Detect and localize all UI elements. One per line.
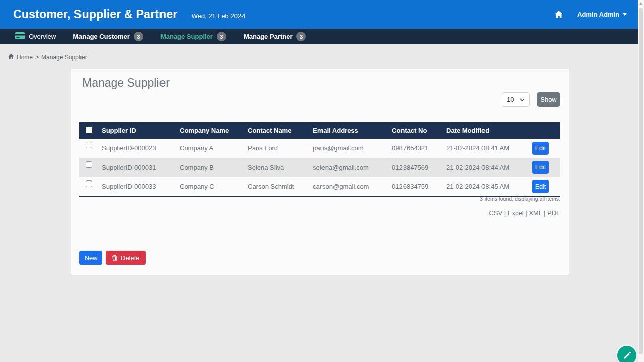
vertical-scrollbar[interactable] xyxy=(638,0,644,362)
row-checkbox[interactable] xyxy=(86,180,92,187)
col-company-name: Company Name xyxy=(179,122,247,139)
trash-icon xyxy=(112,255,118,261)
home-icon-small xyxy=(8,54,14,61)
pencil-icon xyxy=(623,351,631,360)
col-contact-name: Contact Name xyxy=(247,122,312,139)
nav-item-overview[interactable]: Overview xyxy=(15,32,56,41)
breadcrumb: Home > Manage Supplier xyxy=(8,54,87,61)
supplier-table: Supplier ID Company Name Contact Name Em… xyxy=(79,122,560,197)
manage-supplier-card: Manage Supplier 10 Show Supplier ID Comp… xyxy=(71,69,569,275)
home-icon[interactable] xyxy=(555,11,563,18)
export-excel[interactable]: Excel xyxy=(508,209,524,217)
cell-supplier-id: SupplierID-000031 xyxy=(101,158,179,177)
nav-item-manage-partner[interactable]: Manage Partner 3 xyxy=(244,32,306,41)
col-email-address: Email Address xyxy=(312,122,391,139)
cell-phone: 0987654321 xyxy=(391,139,445,158)
scroll-up-arrow[interactable] xyxy=(639,2,642,5)
count-badge: 3 xyxy=(217,32,226,41)
delete-button[interactable]: Delete xyxy=(106,251,146,265)
row-checkbox[interactable] xyxy=(86,142,92,148)
cell-email: selena@gmail.com xyxy=(312,158,391,177)
export-links: CSV | Excel | XML | PDF xyxy=(489,209,560,217)
cell-modified: 21-02-2024 08:45 AM xyxy=(445,177,531,196)
nav-label: Manage Customer xyxy=(73,33,130,40)
nav-label: Manage Partner xyxy=(244,33,293,40)
cell-modified: 21-02-2024 08:41 AM xyxy=(445,139,531,158)
chevron-down-icon xyxy=(520,98,525,101)
nav-item-manage-supplier[interactable]: Manage Supplier 3 xyxy=(160,32,226,41)
count-badge: 3 xyxy=(296,32,306,41)
delete-label: Delete xyxy=(121,254,140,262)
nav-label: Manage Supplier xyxy=(160,33,213,40)
cell-contact: Paris Ford xyxy=(247,139,312,158)
cell-modified: 21-02-2024 08:44 AM xyxy=(445,158,531,177)
table-row: SupplierID-000033 Company C Carson Schmi… xyxy=(79,177,560,196)
edit-button[interactable]: Edit xyxy=(532,142,549,155)
col-supplier-id: Supplier ID xyxy=(101,122,179,139)
col-contact-no: Contact No xyxy=(391,122,445,139)
export-csv[interactable]: CSV xyxy=(489,209,502,217)
nav-item-manage-customer[interactable]: Manage Customer 3 xyxy=(73,32,143,41)
cell-email: paris@gmail.com xyxy=(312,139,391,158)
show-button[interactable]: Show xyxy=(537,92,560,107)
export-separator: | xyxy=(524,209,529,217)
row-checkbox[interactable] xyxy=(86,161,92,168)
cell-contact: Selena Silva xyxy=(247,158,312,177)
cell-supplier-id: SupplierID-000023 xyxy=(101,139,179,158)
cell-phone: 0123847569 xyxy=(391,158,445,177)
page-title: Manage Supplier xyxy=(82,76,170,90)
app-header: Customer, Supplier & Partner Wed, 21 Feb… xyxy=(0,0,638,29)
main-nav: Overview Manage Customer 3 Manage Suppli… xyxy=(0,29,638,44)
page-size-select[interactable]: 10 xyxy=(502,92,530,107)
edit-button[interactable]: Edit xyxy=(532,161,549,174)
cell-company: Company B xyxy=(179,158,247,177)
floating-edit-button[interactable] xyxy=(617,346,636,362)
count-badge: 3 xyxy=(134,32,143,41)
nav-label: Overview xyxy=(29,33,56,40)
items-summary: 3 items found, displaying all items. xyxy=(480,196,560,202)
chevron-down-icon xyxy=(623,13,627,16)
new-button[interactable]: New xyxy=(79,251,102,265)
cell-supplier-id: SupplierID-000033 xyxy=(101,177,179,196)
header-date: Wed, 21 Feb 2024 xyxy=(191,12,245,20)
cell-company: Company C xyxy=(179,177,247,196)
scrollbar-thumb[interactable] xyxy=(639,8,643,354)
cell-company: Company A xyxy=(179,139,247,158)
export-separator: | xyxy=(502,209,508,217)
table-row: SupplierID-000023 Company A Paris Ford p… xyxy=(79,139,560,158)
breadcrumb-current: Manage Supplier xyxy=(41,54,87,61)
export-separator: | xyxy=(542,209,547,217)
cell-email: carson@gmail.com xyxy=(312,177,391,196)
user-menu[interactable]: Admin Admin xyxy=(577,11,627,18)
col-date-modified: Date Modified xyxy=(445,122,531,139)
page-size-value: 10 xyxy=(507,96,514,103)
card-icon xyxy=(15,32,25,41)
cell-phone: 0126834759 xyxy=(391,177,445,196)
breadcrumb-home[interactable]: Home xyxy=(17,54,33,61)
edit-button[interactable]: Edit xyxy=(532,180,549,193)
breadcrumb-separator: > xyxy=(35,54,39,61)
select-all-checkbox[interactable] xyxy=(86,127,92,133)
user-name: Admin Admin xyxy=(577,11,619,18)
export-pdf[interactable]: PDF xyxy=(547,209,560,217)
table-header-row: Supplier ID Company Name Contact Name Em… xyxy=(79,122,560,139)
app-title: Customer, Supplier & Partner xyxy=(13,8,177,21)
cell-contact: Carson Schmidt xyxy=(247,177,312,196)
table-row: SupplierID-000031 Company B Selena Silva… xyxy=(79,158,560,177)
export-xml[interactable]: XML xyxy=(529,209,542,217)
